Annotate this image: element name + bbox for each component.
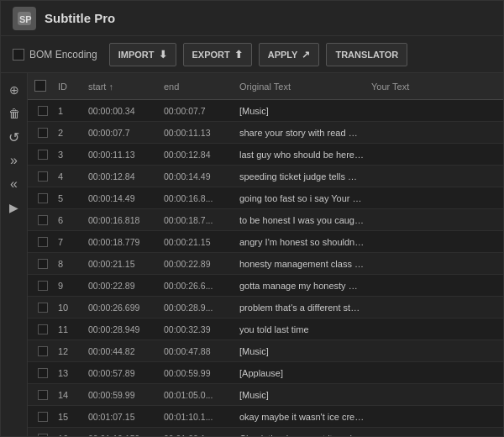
table-row[interactable]: 13 00:00:57.89 00:00:59.99 [Applause] [28, 362, 503, 384]
row-id: 7 [55, 237, 85, 247]
apply-button[interactable]: APPLY ↗ [259, 43, 320, 66]
row-checkbox-cell [31, 303, 55, 313]
row-checkbox[interactable] [38, 368, 48, 378]
row-checkbox-cell [31, 281, 55, 291]
row-end: 00:00:12.84 [160, 150, 236, 160]
table-row[interactable]: 5 00:00:14.49 00:00:16.8... going too fa… [28, 187, 503, 209]
row-checkbox-cell [31, 237, 55, 247]
table-row[interactable]: 4 00:00:12.84 00:00:14.49 speeding ticke… [28, 166, 503, 187]
header-original-text: Original Text [236, 82, 368, 92]
table-row[interactable]: 12 00:00:44.82 00:00:47.88 [Music] [28, 340, 503, 362]
forward-icon: » [10, 153, 18, 168]
row-checkbox[interactable] [38, 281, 48, 291]
row-checkbox[interactable] [38, 324, 48, 334]
app-title: Subtitle Pro [45, 11, 115, 25]
row-original-text: you told last time [236, 324, 368, 334]
table-row[interactable]: 2 00:00:07.7 00:00:11.13 share your stor… [28, 122, 503, 144]
forward-button[interactable]: » [4, 150, 24, 171]
table-body[interactable]: 1 00:00:00.34 00:00:07.7 [Music] 2 00:00… [28, 100, 503, 436]
row-start: 00:01:10.159 [85, 434, 160, 437]
main-content: ⊕ 🗑 ↺ » « ▶ [1, 73, 503, 436]
table-row[interactable]: 15 00:01:07.15 00:01:10.1... okay maybe … [28, 406, 503, 428]
delete-button[interactable]: 🗑 [4, 103, 24, 124]
header-end: end [160, 82, 236, 92]
row-checkbox[interactable] [38, 434, 48, 437]
row-checkbox[interactable] [38, 106, 48, 116]
back-button[interactable]: « [4, 174, 24, 194]
row-checkbox[interactable] [38, 193, 48, 203]
row-end: 00:00:07.7 [160, 106, 236, 116]
apply-icon: ↗ [302, 49, 310, 61]
row-end: 00:01:10.1... [160, 412, 236, 422]
row-original-text: [Music] [236, 390, 368, 400]
row-checkbox[interactable] [38, 215, 48, 225]
bom-encoding-label: BOM Encoding [29, 49, 97, 61]
table-row[interactable]: 14 00:00:59.99 00:01:05.0... [Music] [28, 384, 503, 406]
row-checkbox-cell [31, 412, 55, 422]
table-row[interactable]: 9 00:00:22.89 00:00:26.6... gotta manage… [28, 275, 503, 297]
row-start: 00:00:21.15 [85, 259, 160, 269]
row-end: 00:00:47.88 [160, 346, 236, 356]
row-original-text: speeding ticket judge tells me ... [236, 171, 368, 182]
table-row[interactable]: 3 00:00:11.13 00:00:12.84 last guy who s… [28, 144, 503, 166]
row-end: 00:00:32.39 [160, 324, 236, 334]
row-checkbox[interactable] [38, 171, 48, 182]
row-checkbox[interactable] [38, 237, 48, 247]
row-checkbox[interactable] [38, 346, 48, 356]
undo-button[interactable]: ↺ [4, 127, 24, 147]
add-button[interactable]: ⊕ [4, 80, 24, 100]
row-original-text: gotta manage my honesty mm... [236, 281, 368, 291]
svg-text:SP: SP [19, 14, 32, 24]
row-checkbox[interactable] [38, 150, 48, 160]
translator-button[interactable]: TRANSLATOR [326, 43, 407, 66]
row-end: 00:00:16.8... [160, 193, 236, 203]
bom-encoding-area: BOM Encoding [13, 49, 97, 61]
row-id: 11 [55, 324, 85, 334]
row-start: 00:00:14.49 [85, 193, 160, 203]
row-end: 00:00:14.49 [160, 171, 236, 182]
undo-icon: ↺ [8, 129, 19, 145]
app-window: SP Subtitle Pro BOM Encoding IMPORT ⬇ EX… [0, 0, 504, 437]
row-checkbox[interactable] [38, 412, 48, 422]
row-original-text: last guy who should be here si... [236, 150, 368, 160]
add-icon: ⊕ [9, 83, 19, 97]
table-row[interactable]: 6 00:00:16.818 00:00:18.7... to be hones… [28, 209, 503, 231]
table-row[interactable]: 8 00:00:21.15 00:00:22.89 honesty manage… [28, 253, 503, 275]
table-row[interactable]: 1 00:00:00.34 00:00:07.7 [Music] [28, 100, 503, 122]
row-start: 00:00:12.84 [85, 171, 160, 182]
row-checkbox-cell [31, 368, 55, 378]
row-start: 00:00:44.82 [85, 346, 160, 356]
row-original-text: [Applause] [236, 368, 368, 378]
row-end: 00:00:26.6... [160, 281, 236, 291]
row-checkbox[interactable] [38, 390, 48, 400]
app-logo: SP [13, 7, 36, 30]
row-checkbox[interactable] [38, 128, 48, 138]
table-row[interactable]: 16 00:01:10.159 00:01:20.1... Chuck than… [28, 428, 503, 436]
row-start: 00:01:07.15 [85, 412, 160, 422]
row-id: 16 [55, 434, 85, 437]
row-start: 00:00:11.13 [85, 150, 160, 160]
row-start: 00:00:07.7 [85, 128, 160, 138]
table-row[interactable]: 11 00:00:28.949 00:00:32.39 you told las… [28, 319, 503, 340]
row-start: 00:00:57.89 [85, 368, 160, 378]
row-checkbox[interactable] [38, 259, 48, 269]
row-original-text: going too fast so i say Your Ho... [236, 193, 368, 203]
import-button[interactable]: IMPORT ⬇ [109, 43, 176, 66]
row-end: 00:00:11.13 [160, 128, 236, 138]
table-row[interactable]: 10 00:00:26.699 00:00:28.9... problem th… [28, 297, 503, 319]
title-bar: SP Subtitle Pro [1, 1, 503, 36]
row-end: 00:00:59.99 [160, 368, 236, 378]
header-start[interactable]: start ↑ [85, 82, 160, 92]
row-original-text: angry I'm honest so shouldn't ... [236, 237, 368, 247]
row-id: 4 [55, 171, 85, 182]
row-id: 14 [55, 390, 85, 400]
row-original-text: honesty management class be... [236, 259, 368, 269]
row-checkbox[interactable] [38, 303, 48, 313]
play-button[interactable]: ▶ [4, 197, 24, 218]
select-all-checkbox[interactable] [34, 80, 46, 92]
row-end: 00:00:22.89 [160, 259, 236, 269]
export-button[interactable]: EXPORT ⬆ [183, 43, 252, 66]
table-row[interactable]: 7 00:00:18.779 00:00:21.15 angry I'm hon… [28, 231, 503, 253]
bom-encoding-checkbox[interactable] [13, 49, 24, 61]
header-your-text: Your Text [368, 82, 500, 92]
